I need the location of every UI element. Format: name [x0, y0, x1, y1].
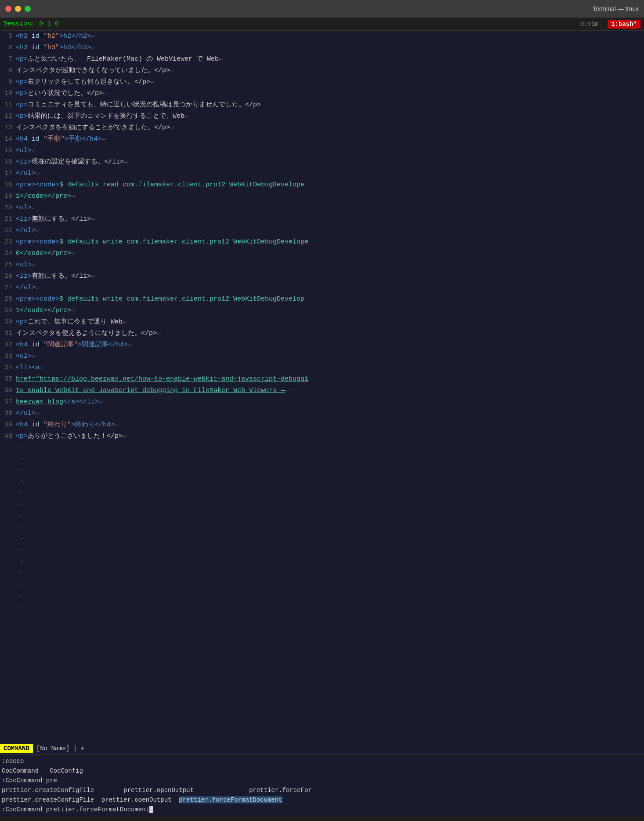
code-line: 26<li>有効にする。</li>↵ [0, 271, 644, 282]
code-line: 31インスペクタを使えるようになりました。</p>↵ [0, 328, 644, 339]
code-line: 5<h2 id="h2">h2</h2>↵ [0, 31, 644, 42]
code-lines: 5<h2 id="h2">h2</h2>↵6<h3 id="h3">h3</h3… [0, 31, 644, 442]
tilde-line: ~ [19, 591, 644, 602]
code-line: 14<h4 id="手順">手順</h4>↵ [0, 134, 644, 145]
tilde-line: ~ [19, 556, 644, 568]
code-line: 7<p>ふと気づいたら、 FileMaker(Mac) の WebViewer … [0, 54, 644, 65]
minimize-button[interactable] [15, 6, 21, 12]
tilde-line: ~ [19, 454, 644, 465]
cmd-line-5: prettier.createConfigFile prettier.openO… [0, 795, 644, 805]
code-line: 16<li>現在の設定を確認する。</li>↵ [0, 156, 644, 168]
tilde-area: ~ ~ ~ ~ ~ ~ ~ ~ ~ ~ ~ ~ ~ ~ ~ [0, 442, 644, 614]
code-line: 21<li>無効にする。</li>↵ [0, 214, 644, 225]
code-line: 191</code></pre>↵ [0, 191, 644, 202]
code-line: 23<pre><code>$ defaults write com.filema… [0, 236, 644, 248]
code-line: 12<p>結果的には、以下のコマンドを実行することで、Web↵ [0, 111, 644, 122]
tilde-line: ~ [19, 568, 644, 579]
cmd-line-2: CocCommand CocConfig [0, 766, 644, 776]
code-line: 36to enable WebKit and JavaScript debugg… [0, 385, 644, 396]
maximize-button[interactable] [25, 6, 31, 12]
traffic-lights [5, 6, 31, 12]
tilde-line: ~ [19, 476, 644, 488]
tilde-line: ~ [19, 522, 644, 534]
code-line: 17</ul>↵ [0, 168, 644, 179]
window-title: Terminal — tmux [593, 5, 639, 12]
code-line: 25<ul>↵ [0, 259, 644, 271]
cmd-line-6: :CocCommand prettier.forceFormatDocument [0, 805, 644, 814]
code-line: 40<p>ありがとうございました！</p>↵ [0, 431, 644, 442]
tilde-line: ~ [19, 545, 644, 556]
command-area: :cocco CocCommand CocConfig :CocCommand … [0, 754, 644, 816]
code-line: 240</code></pre>↵ [0, 248, 644, 259]
vim-filename: [No Name] | + [33, 745, 88, 752]
tilde-line: ~ [19, 465, 644, 476]
code-line: 22</ul>↵ [0, 225, 644, 236]
title-bar: Terminal — tmux [0, 0, 644, 18]
code-line: 34<li><a↵ [0, 362, 644, 374]
code-line: 13インスペクタを有効にすることができました。</p>↵ [0, 122, 644, 134]
code-line: 33<ul>↵ [0, 351, 644, 362]
tmux-tabs: 0:vim- 1:bash* [577, 20, 640, 29]
code-editor: 5<h2 id="h2">h2</h2>↵6<h3 id="h3">h3</h3… [0, 31, 644, 742]
tilde-line: ~ [19, 488, 644, 499]
cmd-line-3: :CocCommand pre [0, 776, 644, 785]
code-line: 32<h4 id="関連記事">関連記事</h4>↵ [0, 339, 644, 351]
tilde-line: ~ [19, 534, 644, 545]
tilde-line: ~ [19, 602, 644, 614]
code-line: 39<h4 id="終わり">終わり</h4>↵ [0, 419, 644, 431]
code-line: 18<pre><code>$ defaults read com.filemak… [0, 179, 644, 191]
cmd-line-4: prettier.createConfigFile prettier.openO… [0, 785, 644, 795]
code-line: 291</code></pre>↵ [0, 305, 644, 316]
code-line: 28<pre><code>$ defaults write com.filema… [0, 294, 644, 305]
code-line: 15<ul>↵ [0, 145, 644, 156]
tmux-tab-vim[interactable]: 0:vim- [577, 20, 606, 29]
tmux-tab-bash[interactable]: 1:bash* [608, 20, 640, 29]
code-line: 30<p>これで、無事に今まで通り Web↵ [0, 316, 644, 328]
code-line: 37beezwax blog</a></li>↵ [0, 396, 644, 408]
close-button[interactable] [5, 6, 11, 12]
code-line: 27</ul>↵ [0, 282, 644, 294]
code-line: 10<p>という状況でした。</p>↵ [0, 88, 644, 99]
code-line: 20<ul>↵ [0, 202, 644, 214]
session-info: Session: 0 1 0 [4, 20, 59, 28]
vim-statusbar: COMMAND [No Name] | + [0, 742, 644, 754]
tilde-line: ~ [19, 511, 644, 522]
code-line: 35href="https://blog.beezwax.net/how-to-… [0, 374, 644, 385]
code-line: 11<p>コミュニティを見ても、特に近しい状況の投稿は見つかりませんでした。</… [0, 99, 644, 111]
code-line: 38</ul>↵ [0, 408, 644, 419]
tmux-bar: Session: 0 1 0 0:vim- 1:bash* [0, 18, 644, 31]
code-line: 6<h3 id="h3">h3</h3>↵ [0, 42, 644, 54]
tilde-line: ~ [19, 499, 644, 511]
code-line: 8インスペクタが起動できなくなっていました。</p>↵ [0, 65, 644, 76]
cmd-line-1: :cocco [0, 756, 644, 766]
tilde-line: ~ [19, 579, 644, 591]
tilde-line: ~ [19, 442, 644, 454]
vim-mode: COMMAND [0, 744, 33, 753]
code-line: 9<p>右クリックをしても何も起きない… </p>↵ [0, 76, 644, 88]
